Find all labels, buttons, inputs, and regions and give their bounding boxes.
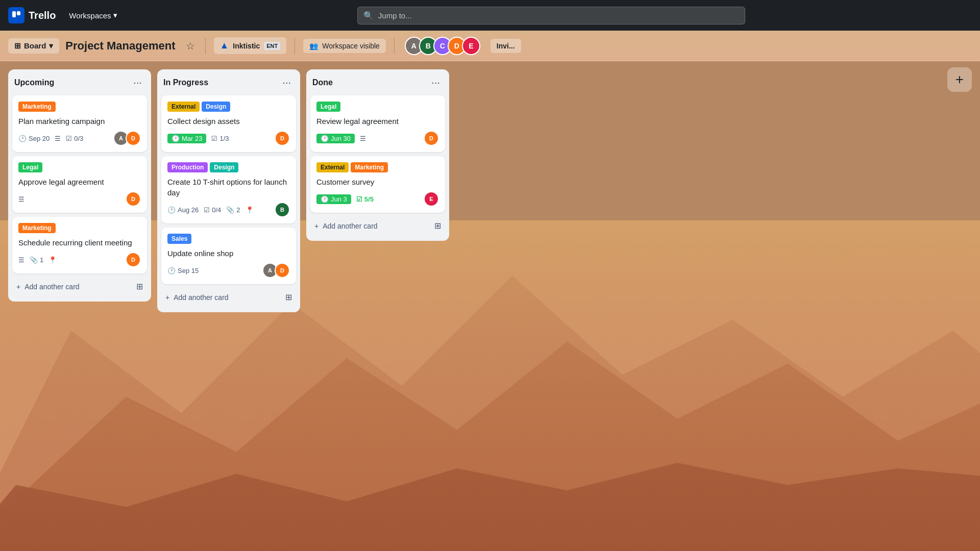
card[interactable]: MarketingSchedule recurring client meeti…: [12, 217, 147, 273]
add-column-button[interactable]: +: [947, 67, 972, 92]
star-button[interactable]: ☆: [184, 38, 197, 54]
avatar[interactable]: D: [275, 131, 290, 146]
top-nav: Trello Workspaces ▾ 🔍: [0, 0, 980, 31]
attachment-item: 📎1: [30, 256, 43, 264]
column-menu-button[interactable]: ···: [279, 76, 294, 89]
location-icon: 📍: [48, 256, 57, 264]
add-card-button[interactable]: +Add another card⊞: [12, 278, 147, 295]
card-footer: 🕐Jun 30☰D: [316, 131, 439, 146]
card-labels: Marketing: [18, 223, 141, 233]
invite-label: Invi...: [497, 42, 515, 50]
column-menu-button[interactable]: ···: [130, 76, 145, 89]
card-labels: Legal: [18, 162, 141, 172]
clock-icon: 🕐: [172, 135, 180, 142]
board-icon: ⊞: [14, 41, 21, 51]
description-icon-item: ☰: [55, 135, 61, 142]
card-avatars: AD: [262, 263, 290, 278]
card-footer: 🕐Jun 3☑5/5E: [316, 191, 439, 207]
avatar[interactable]: D: [126, 191, 141, 207]
column-header: Upcoming ···: [12, 76, 147, 91]
card-title: Schedule recurring client meeting: [18, 237, 141, 248]
card[interactable]: SalesUpdate online shop🕐Sep 15AD: [161, 228, 296, 284]
page-title: Project Management: [65, 39, 175, 53]
workspace-visible-button[interactable]: 👥 Workspace visible: [303, 39, 386, 53]
description-icon: ☰: [18, 195, 24, 203]
workspace-chip[interactable]: ▲ Inktistic ENT: [214, 37, 287, 54]
add-card-button[interactable]: +Add another card⊞: [310, 217, 445, 235]
add-card-label: Add another card: [24, 283, 79, 291]
visible-label: Workspace visible: [322, 42, 380, 50]
column-upcoming: Upcoming ··· MarketingPlan marketing cam…: [8, 69, 151, 302]
avatar[interactable]: E: [424, 191, 439, 207]
clock-icon: 🕐: [321, 195, 329, 203]
card-labels: Sales: [167, 234, 290, 244]
invite-button[interactable]: Invi...: [491, 39, 521, 53]
attachment-icon: 📎: [30, 256, 38, 264]
card[interactable]: MarketingPlan marketing campaign🕐Sep 20☰…: [12, 95, 147, 152]
card-title: Customer survey: [316, 177, 439, 187]
due-date: 🕐Aug 26: [167, 206, 199, 214]
card-title: Update online shop: [167, 248, 290, 259]
card[interactable]: ExternalDesignCollect design assets🕐Mar …: [161, 95, 296, 152]
due-date: 🕐Sep 20: [18, 135, 50, 142]
card-label: Marketing: [18, 102, 56, 112]
plus-icon: +: [16, 283, 20, 291]
column-done: Done ··· LegalReview legal agreement🕐Jun…: [306, 69, 449, 241]
column-menu-button[interactable]: ···: [428, 76, 443, 89]
card[interactable]: LegalReview legal agreement🕐Jun 30☰D: [310, 95, 445, 152]
attachment-icon: 📎: [226, 206, 234, 214]
checklist-icon: ☑: [211, 135, 217, 142]
search-icon: 🔍: [363, 11, 374, 20]
card-meta: 🕐Sep 20☰☑0/3: [18, 135, 83, 142]
avatar[interactable]: E: [462, 37, 480, 55]
card-avatars: D: [126, 252, 141, 267]
card[interactable]: LegalApprove legal agreement☰D: [12, 156, 147, 213]
card-avatars: B: [275, 202, 290, 217]
card[interactable]: ProductionDesignCreate 10 T-shirt option…: [161, 156, 296, 223]
add-card-button[interactable]: +Add another card⊞: [161, 288, 296, 306]
card[interactable]: ExternalMarketingCustomer survey🕐Jun 3☑5…: [310, 156, 445, 213]
card-footer: ☰D: [18, 191, 141, 207]
board-header: ⊞ Board ▾ Project Management ☆ ▲ Inktist…: [0, 31, 980, 61]
header-divider-3: [394, 38, 395, 54]
search-bar: 🔍: [357, 7, 745, 24]
trello-wordmark: Trello: [29, 10, 56, 21]
add-card-label: Add another card: [323, 222, 377, 230]
trello-logo: Trello: [8, 7, 56, 23]
card-footer: 🕐Mar 23☑1/3D: [167, 131, 290, 146]
column-title: Upcoming: [14, 78, 54, 87]
card-label: Sales: [167, 234, 191, 244]
card-meta: 🕐Jun 30☰: [316, 134, 366, 143]
checklist-item: ☑0/4: [204, 206, 221, 214]
template-icon: ⊞: [136, 282, 143, 291]
template-icon: ⊞: [285, 292, 292, 302]
avatar[interactable]: D: [424, 131, 439, 146]
card-avatars: D: [424, 131, 439, 146]
card-footer: 🕐Sep 20☰☑0/3AD: [18, 131, 141, 146]
avatar[interactable]: D: [126, 252, 141, 267]
description-icon: ☰: [55, 135, 61, 142]
avatar[interactable]: D: [275, 263, 290, 278]
card-label: Marketing: [351, 162, 388, 172]
clock-icon: 🕐: [167, 267, 176, 274]
template-icon: ⊞: [434, 221, 441, 231]
card-label: Legal: [18, 162, 42, 172]
card-footer: 🕐Sep 15AD: [167, 263, 290, 278]
workspace-icon: ▲: [220, 40, 229, 51]
plus-icon: +: [314, 222, 318, 230]
trello-logo-icon: [8, 7, 24, 23]
search-input[interactable]: [357, 7, 745, 24]
card-label: Production: [167, 162, 208, 172]
description-icon: ☰: [360, 135, 366, 142]
card-meta: 🕐Jun 3☑5/5: [316, 194, 374, 204]
due-date: 🕐Sep 15: [167, 267, 199, 274]
card-meta: 🕐Mar 23☑1/3: [167, 134, 229, 143]
board-view-button[interactable]: ⊞ Board ▾: [8, 38, 59, 54]
avatar[interactable]: B: [275, 202, 290, 217]
checklist-icon: ☑: [204, 206, 210, 214]
clock-icon: 🕐: [321, 135, 329, 142]
avatar[interactable]: D: [126, 131, 141, 146]
column-header: In Progress ···: [161, 76, 296, 91]
due-date-chip: 🕐Mar 23: [167, 134, 206, 143]
workspaces-button[interactable]: Workspaces ▾: [64, 8, 122, 23]
